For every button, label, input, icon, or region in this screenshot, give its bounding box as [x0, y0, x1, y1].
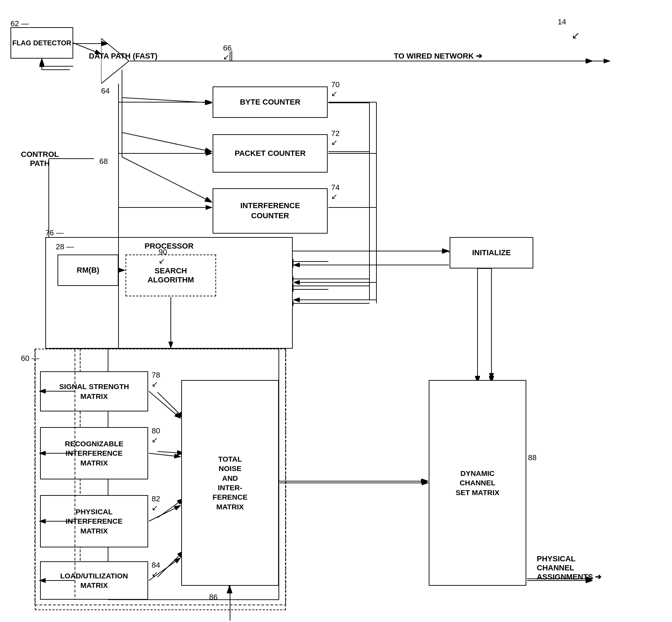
recognizable-interference-box: RECOGNIZABLEINTERFERENCEMATRIX	[40, 427, 148, 479]
ref-66: 66↙	[223, 44, 231, 62]
ref-82: 82↙	[152, 494, 160, 513]
ref-64: 64	[101, 86, 109, 96]
ref-76: 76 —	[45, 228, 64, 237]
initialize-box: INITIALIZE	[450, 237, 533, 268]
dynamic-channel-box: DYNAMICCHANNELSET MATRIX	[429, 380, 526, 586]
ref-88: 88	[528, 453, 536, 462]
svg-line-9	[122, 132, 212, 152]
mux-symbol	[101, 38, 132, 84]
ref-14-arrow: ↙	[572, 30, 580, 41]
ref-68: 68	[99, 157, 108, 166]
ref-14: 14	[558, 17, 566, 26]
rm-b-box: RM(B)	[58, 255, 119, 286]
ref-72: 72↙	[331, 129, 339, 147]
byte-counter-box: BYTE COUNTER	[213, 86, 328, 118]
control-path-label: CONTROLPATH	[21, 150, 59, 168]
ref-90: 90↙	[159, 248, 167, 266]
physical-channel-label: PHYSICALCHANNELASSIGNMENTS ➔	[537, 554, 601, 582]
packet-counter-box: PACKET COUNTER	[213, 134, 328, 173]
physical-interference-box: PHYSICALINTERFERENCEMATRIX	[40, 495, 148, 547]
ref-86: 86	[209, 593, 217, 602]
ref-70: 70↙	[331, 80, 339, 98]
search-algorithm-box: SEARCHALGORITHM	[125, 255, 216, 296]
load-utilization-box: LOAD/UTILIZATIONMATRIX	[40, 561, 148, 600]
svg-marker-51	[101, 38, 129, 84]
svg-line-8	[122, 98, 212, 103]
total-noise-box: TOTALNOISEANDINTER-FERENCEMATRIX	[181, 380, 279, 586]
svg-marker-53	[228, 586, 231, 586]
ref-86-arrow	[226, 586, 233, 593]
svg-line-10	[122, 157, 212, 202]
ref-62: 62 —	[10, 19, 29, 28]
ref-80: 80↙	[152, 426, 160, 445]
ref-84: 84↙	[152, 561, 160, 579]
flag-detector-box: FLAG DETECTOR	[10, 27, 73, 59]
ref-78: 78↙	[152, 371, 160, 389]
to-wired-label: TO WIRED NETWORK ➔	[394, 52, 482, 61]
interference-counter-box: INTERFERENCECOUNTER	[213, 188, 328, 234]
ref-28: 28 —	[56, 242, 74, 251]
processor-label: PROCESSOR	[145, 241, 194, 251]
ref-60: 60 —	[21, 354, 39, 363]
ref-74: 74↙	[331, 183, 339, 201]
data-path-label: DATA PATH (FAST)	[89, 52, 158, 61]
signal-strength-box: SIGNAL STRENGTHMATRIX	[40, 371, 148, 411]
diagram: 14 ↙ FLAG DETECTOR 62 — 64 DATA PATH (FA…	[0, 0, 672, 622]
